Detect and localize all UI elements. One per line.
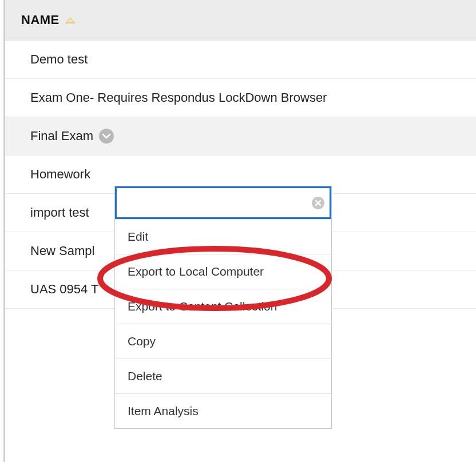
menu-item-edit[interactable]: Edit bbox=[115, 219, 331, 254]
row-label: UAS 0954 T bbox=[30, 282, 98, 296]
row-label: import test bbox=[30, 205, 89, 220]
row-options-button[interactable] bbox=[99, 129, 114, 144]
chevron-down-icon bbox=[102, 133, 110, 139]
column-header-name[interactable]: NAME bbox=[5, 0, 476, 41]
menu-item-copy[interactable]: Copy bbox=[115, 324, 331, 359]
table-row[interactable]: Exam One- Requires Respondus LockDown Br… bbox=[5, 79, 476, 117]
menu-search-input[interactable] bbox=[115, 186, 331, 219]
table-row[interactable]: Demo test bbox=[5, 41, 476, 79]
menu-item-delete[interactable]: Delete bbox=[115, 359, 331, 393]
row-label: Demo test bbox=[30, 52, 88, 66]
menu-item-export-local[interactable]: Export to Local Computer bbox=[115, 254, 331, 289]
close-icon bbox=[315, 200, 322, 206]
row-label: Exam One- Requires Respondus LockDown Br… bbox=[30, 90, 327, 105]
row-label: Homework bbox=[30, 167, 90, 181]
menu-item-export-content-collection[interactable]: Export to Content Collection bbox=[115, 289, 331, 324]
row-label: Final Exam bbox=[30, 129, 93, 144]
row-label: New Sampl bbox=[30, 244, 94, 258]
column-header-label: NAME bbox=[21, 13, 60, 27]
context-menu: Edit Export to Local Computer Export to … bbox=[114, 186, 332, 429]
clear-search-button[interactable] bbox=[312, 197, 324, 209]
menu-item-item-analysis[interactable]: Item Analysis bbox=[115, 393, 331, 428]
table-row-selected[interactable]: Final Exam bbox=[5, 117, 476, 156]
sort-ascending-icon bbox=[65, 17, 76, 23]
